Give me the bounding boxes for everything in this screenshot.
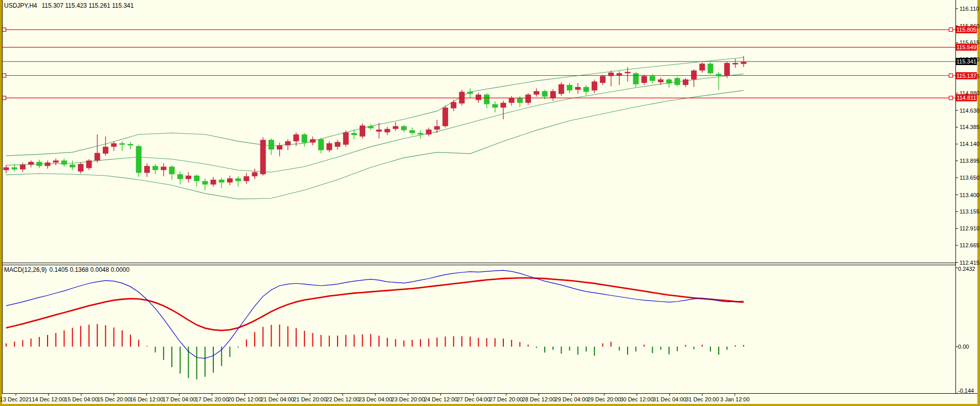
bull-candle-body [111,143,117,147]
bear-candle-body [152,166,158,170]
bull-candle-body [243,176,249,181]
bull-candle-body [426,130,432,134]
bull-candle-body [575,87,581,90]
bull-candle-body [310,139,316,143]
bull-candle-body [616,73,622,75]
bear-candle-body [716,74,722,75]
bull-candle-body [550,91,556,98]
bull-candle-body [86,161,92,168]
bull-candle-body [335,142,341,146]
bull-candle-body [592,81,597,90]
bear-candle-body [484,95,489,104]
bull-candle-body [343,133,349,145]
bull-candle-body [277,145,282,149]
bull-candle-body [683,79,688,85]
bear-candle-body [517,98,523,102]
macd-histogram [6,324,744,379]
bear-candle-body [269,140,274,149]
bull-candle-body [451,102,456,108]
bear-candle-body [235,178,241,181]
level-drag-handle[interactable] [3,96,6,100]
bear-candle-body [12,167,17,169]
bear-candle-body [70,165,75,167]
level-drag-handle[interactable] [949,96,953,100]
bear-candle-body [584,87,589,92]
bull-candle-body [103,147,108,154]
bull-candle-body [699,63,705,70]
bull-candle-body [476,95,481,100]
bull-candle-body [732,63,738,65]
bull-candle-body [658,79,663,82]
macd-lines [6,270,744,358]
bull-candle-body [376,130,382,132]
bull-candle-body [641,76,647,83]
bear-candle-body [128,144,133,145]
bear-candle-body [177,174,183,179]
chart-frame-lines [2,0,977,394]
bull-candle-body [501,103,506,108]
bear-candle-body [401,126,407,130]
bollinger-lower-line [6,91,744,199]
bull-candle-body [186,176,191,179]
bear-candle-body [409,130,415,133]
bull-candle-body [691,71,697,79]
bear-candle-body [194,176,199,181]
bull-candle-body [442,108,448,126]
level-drag-handle[interactable] [3,28,6,31]
bull-candle-body [724,63,730,75]
bull-candle-body [434,126,440,130]
bull-candle-body [4,167,9,170]
macd-main-line [6,270,744,358]
bull-candle-body [326,143,332,150]
bull-candle-body [45,163,51,166]
bear-candle-body [368,126,373,128]
bull-candle-body [525,95,531,103]
bear-candle-body [633,73,639,84]
bear-candle-body [169,167,175,175]
axis-ticks [16,9,958,396]
bull-candle-body [360,125,365,137]
bull-candle-body [285,141,291,145]
bull-candle-body [533,91,539,95]
bear-candle-body [650,76,655,81]
level-drag-handle[interactable] [949,28,953,31]
bull-candle-body [144,166,150,173]
bear-candle-body [467,92,473,94]
bull-candle-body [260,140,266,174]
bull-candle-body [625,72,631,73]
bear-candle-body [219,180,225,182]
bull-candle-body [509,98,515,102]
bull-candle-body [393,126,398,129]
level-drag-handle[interactable] [3,74,6,77]
bear-candle-body [675,78,680,85]
bull-candle-body [95,153,100,161]
bull-candle-body [252,172,258,176]
bear-candle-body [36,162,42,166]
level-drag-handle[interactable] [949,74,953,77]
bull-candle-body [28,162,34,164]
bull-candle-body [161,167,166,170]
chart-canvas[interactable] [0,0,980,406]
bear-candle-body [708,63,714,73]
bollinger-upper-line [6,57,744,156]
chart-window: USDJPY,H4115.307 115.423 115.261 115.341… [0,0,980,406]
bollinger-middle-line [6,74,744,172]
bear-candle-body [351,133,357,135]
bear-candle-body [492,104,498,108]
bull-candle-body [227,178,233,182]
bear-candle-body [302,135,307,143]
macd-signal-line [6,278,744,331]
bear-candle-body [666,79,672,83]
price-level-lines[interactable] [2,28,955,99]
bull-candle-body [294,135,299,141]
bear-candle-body [119,143,125,145]
bull-candle-body [53,161,59,163]
bear-candle-body [318,139,324,151]
bear-candle-body [418,133,424,135]
bull-candle-body [20,165,26,169]
bear-candle-body [202,181,208,185]
bull-candle-body [600,76,606,83]
bear-candle-body [542,91,548,97]
candlestick-series [4,56,747,190]
bull-candle-body [211,180,216,184]
